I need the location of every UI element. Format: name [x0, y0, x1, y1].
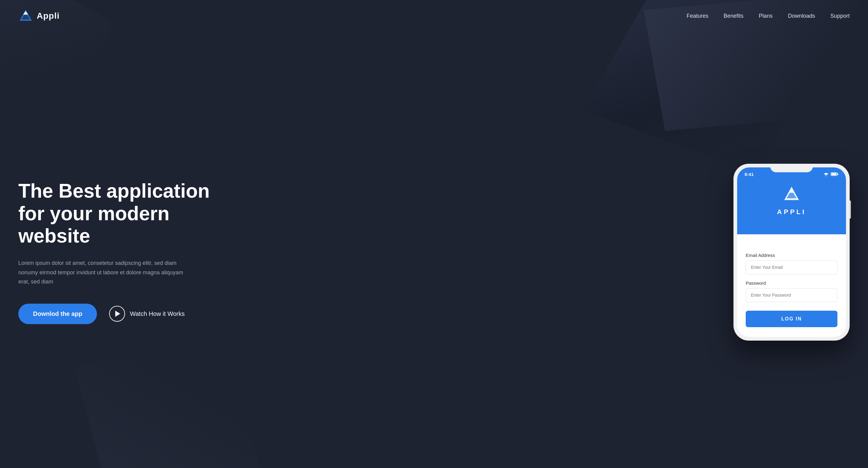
phone-notch — [770, 164, 813, 172]
nav-link-plans[interactable]: Plans — [759, 13, 773, 19]
nav-link-support[interactable]: Support — [830, 13, 850, 19]
password-input[interactable] — [746, 288, 837, 302]
status-icons — [824, 172, 839, 176]
nav-item-downloads[interactable]: Downloads — [788, 13, 815, 19]
svg-rect-4 — [832, 173, 837, 175]
nav-link-downloads[interactable]: Downloads — [788, 13, 815, 19]
nav-link-benefits[interactable]: Benefits — [724, 13, 744, 19]
hero-actions: Downlod the app Watch How it Works — [18, 304, 232, 324]
svg-marker-2 — [23, 11, 28, 15]
phone-outer: 9:41 — [734, 164, 850, 341]
navbar: Appli Features Benefits Plans Downloads … — [0, 0, 868, 32]
battery-icon — [831, 172, 839, 176]
nav-links: Features Benefits Plans Downloads Suppor… — [687, 13, 850, 19]
app-header: APPLI — [737, 179, 846, 234]
phone-mockup: 9:41 — [734, 164, 850, 341]
app-logo-icon — [783, 186, 800, 203]
email-label: Email Address — [746, 253, 837, 258]
hero-description: Lorem ipsum dolor sit amet, consetetur s… — [18, 259, 190, 287]
nav-link-features[interactable]: Features — [687, 13, 708, 19]
watch-link[interactable]: Watch How it Works — [109, 306, 185, 322]
play-icon — [109, 306, 125, 322]
play-triangle-icon — [115, 311, 120, 317]
watch-label: Watch How it Works — [130, 310, 185, 317]
wifi-icon — [824, 172, 829, 176]
nav-item-plans[interactable]: Plans — [759, 13, 773, 19]
hero-content: The Best application for your modern web… — [0, 32, 868, 466]
hero-text: The Best application for your modern web… — [18, 180, 232, 324]
email-input[interactable] — [746, 260, 837, 274]
download-button[interactable]: Downlod the app — [18, 304, 97, 324]
nav-item-features[interactable]: Features — [687, 13, 708, 19]
app-name: APPLI — [777, 208, 806, 216]
hero-section: Appli Features Benefits Plans Downloads … — [0, 0, 868, 468]
status-time: 9:41 — [744, 172, 754, 177]
nav-item-benefits[interactable]: Benefits — [724, 13, 744, 19]
password-label: Password — [746, 280, 837, 286]
login-button[interactable]: LOG IN — [746, 311, 837, 327]
phone-side-button — [850, 200, 851, 219]
logo[interactable]: Appli — [18, 8, 60, 23]
svg-rect-5 — [837, 173, 838, 175]
hero-title: The Best application for your modern web… — [18, 180, 232, 247]
logo-text: Appli — [37, 11, 60, 21]
logo-icon — [18, 8, 33, 23]
app-body: Email Address Password LOG IN — [737, 234, 846, 337]
nav-item-support[interactable]: Support — [830, 13, 850, 19]
phone-inner: 9:41 — [737, 167, 846, 337]
